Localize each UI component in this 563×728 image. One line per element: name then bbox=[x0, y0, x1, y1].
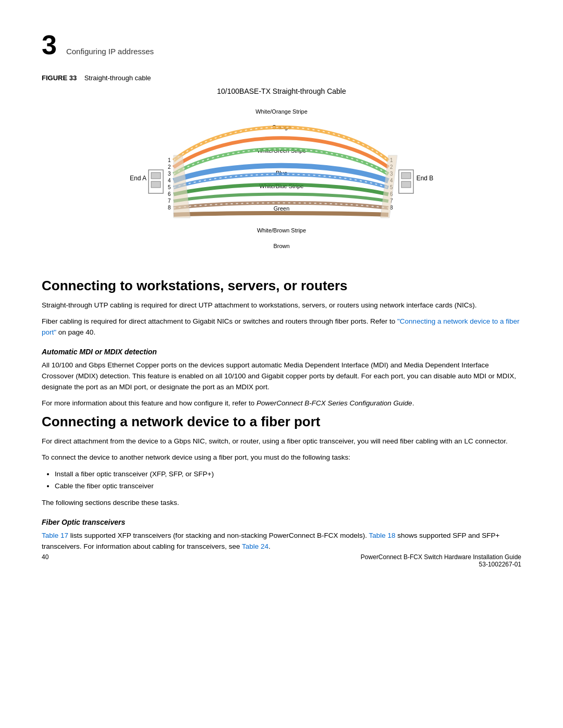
section2-sub1-para1: Table 17 lists supported XFP transceiver… bbox=[42, 530, 521, 552]
table18-link[interactable]: Table 18 bbox=[369, 532, 396, 539]
section1-title: Connecting to workstations, servers, or … bbox=[42, 278, 521, 294]
footer-doc-num: 53-1002267-01 bbox=[361, 561, 521, 568]
page-header: 3 Configuring IP addresses bbox=[42, 31, 521, 58]
figure-label-text: Straight-through cable bbox=[84, 74, 151, 82]
figure-33: FIGURE 33 Straight-through cable 10/100B… bbox=[42, 74, 521, 260]
page-footer: 40 PowerConnect B-FCX Switch Hardware In… bbox=[42, 553, 521, 568]
section1-sub1-title: Automatic MDI or MDIX detection bbox=[42, 348, 521, 356]
section1-para1: Straight-through UTP cabling is required… bbox=[42, 300, 521, 311]
page: 3 Configuring IP addresses FIGURE 33 Str… bbox=[0, 0, 563, 589]
svg-text:1: 1 bbox=[168, 157, 171, 163]
footer-product: PowerConnect B-FCX Switch Hardware Insta… bbox=[361, 553, 521, 561]
svg-text:2: 2 bbox=[168, 164, 171, 170]
figure-label-num: FIGURE 33 bbox=[42, 74, 77, 82]
section-workstations: Connecting to workstations, servers, or … bbox=[42, 278, 521, 409]
svg-text:5: 5 bbox=[168, 184, 171, 190]
chapter-title: Configuring IP addresses bbox=[66, 47, 154, 56]
svg-marker-32 bbox=[174, 155, 190, 218]
svg-text:Brown: Brown bbox=[273, 243, 289, 249]
sub1-text3: . bbox=[268, 542, 271, 550]
section2-sub1-title: Fiber Optic transceivers bbox=[42, 518, 521, 526]
svg-text:4: 4 bbox=[168, 178, 171, 183]
svg-rect-11 bbox=[151, 172, 161, 179]
table24-link[interactable]: Table 24 bbox=[242, 542, 268, 550]
svg-text:End A: End A bbox=[130, 175, 146, 182]
footer-page-num: 40 bbox=[42, 553, 48, 568]
figure-label-title bbox=[79, 74, 82, 82]
section2-bullets: Install a fiber optic transceiver (XFP, … bbox=[55, 468, 521, 492]
chapter-number: 3 bbox=[42, 31, 57, 58]
sub1-para2-prefix: For more information about this feature … bbox=[42, 399, 256, 407]
svg-text:White/Brown Stripe: White/Brown Stripe bbox=[257, 227, 306, 233]
svg-text:White/Orange Stripe: White/Orange Stripe bbox=[255, 108, 308, 115]
sub1-text1: lists supported XFP transceivers (for st… bbox=[68, 532, 369, 539]
svg-text:3: 3 bbox=[168, 171, 171, 177]
section1-para2-prefix: Fiber cabling is required for direct att… bbox=[42, 317, 397, 325]
section2-para3: The following sections describe these ta… bbox=[42, 498, 521, 509]
figure-label: FIGURE 33 Straight-through cable bbox=[42, 74, 521, 82]
section1-para2: Fiber cabling is required for direct att… bbox=[42, 316, 521, 338]
svg-text:Green: Green bbox=[274, 205, 290, 212]
bullet-text-1: Install a fiber optic transceiver (XFP, … bbox=[55, 470, 214, 478]
section1-sub1-para2: For more information about this feature … bbox=[42, 398, 521, 409]
section1-sub1-para1: All 10/100 and Gbps Ethernet Copper port… bbox=[42, 360, 521, 393]
cable-diagram-svg: White/Orange Stripe Orange White/Green S… bbox=[99, 103, 464, 260]
list-item: Cable the fiber optic transceiver bbox=[55, 480, 521, 492]
section1-para2-suffix: on page 40. bbox=[56, 328, 95, 336]
list-item: Install a fiber optic transceiver (XFP, … bbox=[55, 468, 521, 480]
sub1-para2-italic: PowerConnect B-FCX Series Configuration … bbox=[256, 399, 412, 407]
section2-para1: For direct attachment from the device to… bbox=[42, 436, 521, 447]
svg-rect-14 bbox=[401, 172, 411, 179]
svg-text:7: 7 bbox=[168, 198, 171, 204]
footer-right: PowerConnect B-FCX Switch Hardware Insta… bbox=[361, 553, 521, 568]
section2-para2: To connect the device to another network… bbox=[42, 452, 521, 463]
svg-text:6: 6 bbox=[168, 191, 171, 197]
table17-link[interactable]: Table 17 bbox=[42, 532, 68, 539]
svg-rect-15 bbox=[401, 181, 411, 188]
section2-title: Connecting a network device to a fiber p… bbox=[42, 414, 521, 430]
figure-diagram-title: 10/100BASE-TX Straight-through Cable bbox=[42, 87, 521, 95]
section-fiber-port: Connecting a network device to a fiber p… bbox=[42, 414, 521, 552]
bullet-text-2: Cable the fiber optic transceiver bbox=[55, 482, 154, 490]
sub1-para2-suffix: . bbox=[412, 399, 414, 407]
svg-rect-12 bbox=[151, 181, 161, 188]
svg-text:End B: End B bbox=[417, 175, 434, 182]
svg-text:8: 8 bbox=[168, 205, 171, 211]
